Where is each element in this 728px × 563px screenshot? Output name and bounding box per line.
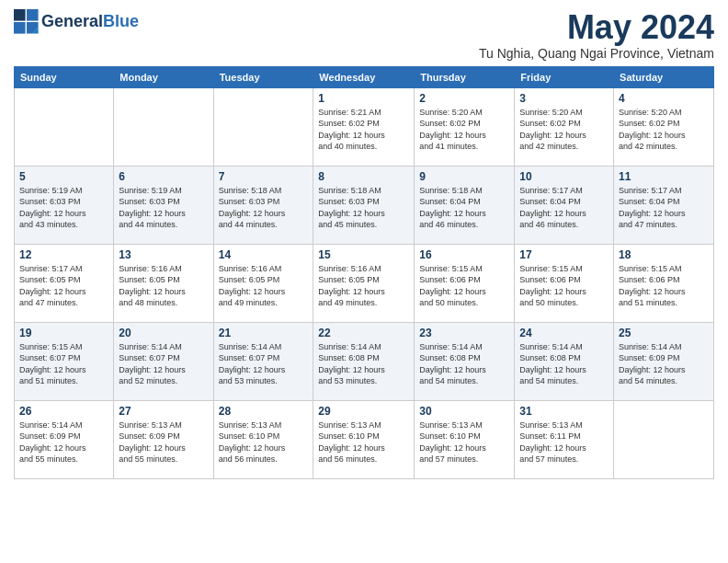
- day-info: Sunrise: 5:20 AM Sunset: 6:02 PM Dayligh…: [419, 107, 509, 153]
- header-monday: Monday: [114, 66, 213, 87]
- calendar-day-cell: 31Sunrise: 5:13 AM Sunset: 6:11 PM Dayli…: [515, 400, 614, 478]
- day-info: Sunrise: 5:14 AM Sunset: 6:08 PM Dayligh…: [419, 341, 509, 387]
- calendar-week-row: 1Sunrise: 5:21 AM Sunset: 6:02 PM Daylig…: [15, 87, 714, 166]
- calendar-week-row: 12Sunrise: 5:17 AM Sunset: 6:05 PM Dayli…: [15, 244, 714, 322]
- day-number: 18: [619, 248, 709, 261]
- day-info: Sunrise: 5:14 AM Sunset: 6:08 PM Dayligh…: [318, 341, 409, 387]
- calendar-day-cell: 29Sunrise: 5:13 AM Sunset: 6:10 PM Dayli…: [313, 400, 415, 478]
- day-info: Sunrise: 5:15 AM Sunset: 6:07 PM Dayligh…: [19, 341, 108, 387]
- calendar-day-cell: 5Sunrise: 5:19 AM Sunset: 6:03 PM Daylig…: [15, 166, 114, 244]
- day-number: 26: [19, 405, 108, 418]
- day-number: 29: [318, 405, 409, 418]
- calendar-week-row: 26Sunrise: 5:14 AM Sunset: 6:09 PM Dayli…: [15, 400, 714, 478]
- day-number: 12: [19, 248, 108, 261]
- day-number: 31: [519, 405, 609, 418]
- day-info: Sunrise: 5:15 AM Sunset: 6:06 PM Dayligh…: [619, 263, 709, 309]
- day-info: Sunrise: 5:18 AM Sunset: 6:03 PM Dayligh…: [219, 185, 309, 231]
- day-info: Sunrise: 5:15 AM Sunset: 6:06 PM Dayligh…: [519, 263, 609, 309]
- title-section: May 2024 Tu Nghia, Quang Ngai Province, …: [479, 9, 714, 61]
- day-number: 10: [519, 170, 609, 183]
- day-number: 14: [219, 248, 309, 261]
- day-info: Sunrise: 5:20 AM Sunset: 6:02 PM Dayligh…: [519, 107, 609, 153]
- logo-text: GeneralBlue: [41, 13, 139, 31]
- calendar-day-cell: 15Sunrise: 5:16 AM Sunset: 6:05 PM Dayli…: [313, 244, 415, 322]
- day-info: Sunrise: 5:14 AM Sunset: 6:09 PM Dayligh…: [19, 419, 108, 465]
- day-info: Sunrise: 5:15 AM Sunset: 6:06 PM Dayligh…: [419, 263, 509, 309]
- day-info: Sunrise: 5:17 AM Sunset: 6:04 PM Dayligh…: [519, 185, 609, 231]
- svg-rect-2: [14, 22, 26, 34]
- calendar-day-cell: 1Sunrise: 5:21 AM Sunset: 6:02 PM Daylig…: [313, 87, 415, 166]
- calendar-day-cell: 30Sunrise: 5:13 AM Sunset: 6:10 PM Dayli…: [415, 400, 515, 478]
- day-info: Sunrise: 5:14 AM Sunset: 6:07 PM Dayligh…: [219, 341, 309, 387]
- day-info: Sunrise: 5:14 AM Sunset: 6:08 PM Dayligh…: [519, 341, 609, 387]
- calendar-day-cell: 11Sunrise: 5:17 AM Sunset: 6:04 PM Dayli…: [614, 166, 714, 244]
- day-info: Sunrise: 5:17 AM Sunset: 6:05 PM Dayligh…: [19, 263, 108, 309]
- calendar-day-cell: 8Sunrise: 5:18 AM Sunset: 6:03 PM Daylig…: [313, 166, 415, 244]
- header-wednesday: Wednesday: [313, 66, 415, 87]
- calendar-header-row: Sunday Monday Tuesday Wednesday Thursday…: [15, 66, 714, 87]
- day-number: 7: [219, 170, 309, 183]
- day-info: Sunrise: 5:20 AM Sunset: 6:02 PM Dayligh…: [619, 107, 709, 153]
- calendar-day-cell: 22Sunrise: 5:14 AM Sunset: 6:08 PM Dayli…: [313, 322, 415, 400]
- day-number: 22: [318, 327, 409, 339]
- day-number: 5: [19, 170, 108, 183]
- day-number: 30: [419, 405, 509, 418]
- day-number: 19: [19, 327, 108, 339]
- calendar-day-cell: 25Sunrise: 5:14 AM Sunset: 6:09 PM Dayli…: [614, 322, 714, 400]
- day-info: Sunrise: 5:16 AM Sunset: 6:05 PM Dayligh…: [318, 263, 409, 309]
- calendar-day-cell: 14Sunrise: 5:16 AM Sunset: 6:05 PM Dayli…: [213, 244, 313, 322]
- day-number: 2: [419, 92, 509, 105]
- calendar-day-cell: 17Sunrise: 5:15 AM Sunset: 6:06 PM Dayli…: [515, 244, 614, 322]
- day-info: Sunrise: 5:17 AM Sunset: 6:04 PM Dayligh…: [619, 185, 709, 231]
- day-number: 3: [519, 92, 609, 105]
- header-saturday: Saturday: [614, 66, 714, 87]
- logo-icon: [14, 9, 40, 35]
- day-number: 24: [519, 327, 609, 339]
- page: GeneralBlue May 2024 Tu Nghia, Quang Nga…: [0, 0, 728, 488]
- day-number: 4: [619, 92, 709, 105]
- calendar-day-cell: 3Sunrise: 5:20 AM Sunset: 6:02 PM Daylig…: [515, 87, 614, 166]
- calendar-day-cell: 4Sunrise: 5:20 AM Sunset: 6:02 PM Daylig…: [614, 87, 714, 166]
- calendar-day-cell: 20Sunrise: 5:14 AM Sunset: 6:07 PM Dayli…: [114, 322, 213, 400]
- day-info: Sunrise: 5:13 AM Sunset: 6:10 PM Dayligh…: [318, 419, 409, 465]
- day-number: 8: [318, 170, 409, 183]
- day-number: 16: [419, 248, 509, 261]
- day-number: 27: [119, 405, 208, 418]
- calendar-day-cell: 18Sunrise: 5:15 AM Sunset: 6:06 PM Dayli…: [614, 244, 714, 322]
- svg-rect-0: [14, 9, 26, 21]
- day-info: Sunrise: 5:18 AM Sunset: 6:03 PM Dayligh…: [318, 185, 409, 231]
- day-info: Sunrise: 5:16 AM Sunset: 6:05 PM Dayligh…: [219, 263, 309, 309]
- day-number: 28: [219, 405, 309, 418]
- calendar-day-cell: 24Sunrise: 5:14 AM Sunset: 6:08 PM Dayli…: [515, 322, 614, 400]
- logo: GeneralBlue: [14, 9, 139, 35]
- calendar-day-cell: 21Sunrise: 5:14 AM Sunset: 6:07 PM Dayli…: [213, 322, 313, 400]
- calendar-day-cell: 7Sunrise: 5:18 AM Sunset: 6:03 PM Daylig…: [213, 166, 313, 244]
- calendar-day-cell: [15, 87, 114, 166]
- calendar-day-cell: [114, 87, 213, 166]
- day-number: 9: [419, 170, 509, 183]
- calendar-week-row: 5Sunrise: 5:19 AM Sunset: 6:03 PM Daylig…: [15, 166, 714, 244]
- calendar-day-cell: 10Sunrise: 5:17 AM Sunset: 6:04 PM Dayli…: [515, 166, 614, 244]
- header-thursday: Thursday: [415, 66, 515, 87]
- day-info: Sunrise: 5:13 AM Sunset: 6:10 PM Dayligh…: [219, 419, 309, 465]
- calendar: Sunday Monday Tuesday Wednesday Thursday…: [14, 66, 714, 479]
- day-info: Sunrise: 5:19 AM Sunset: 6:03 PM Dayligh…: [19, 185, 108, 231]
- month-year: May 2024: [479, 9, 714, 46]
- day-info: Sunrise: 5:18 AM Sunset: 6:04 PM Dayligh…: [419, 185, 509, 231]
- calendar-day-cell: 16Sunrise: 5:15 AM Sunset: 6:06 PM Dayli…: [415, 244, 515, 322]
- calendar-day-cell: 27Sunrise: 5:13 AM Sunset: 6:09 PM Dayli…: [114, 400, 213, 478]
- header-sunday: Sunday: [15, 66, 114, 87]
- calendar-day-cell: 6Sunrise: 5:19 AM Sunset: 6:03 PM Daylig…: [114, 166, 213, 244]
- calendar-day-cell: 12Sunrise: 5:17 AM Sunset: 6:05 PM Dayli…: [15, 244, 114, 322]
- day-info: Sunrise: 5:14 AM Sunset: 6:09 PM Dayligh…: [619, 341, 709, 387]
- calendar-day-cell: 9Sunrise: 5:18 AM Sunset: 6:04 PM Daylig…: [415, 166, 515, 244]
- header-friday: Friday: [515, 66, 614, 87]
- day-number: 21: [219, 327, 309, 339]
- calendar-day-cell: 13Sunrise: 5:16 AM Sunset: 6:05 PM Dayli…: [114, 244, 213, 322]
- day-number: 6: [119, 170, 208, 183]
- day-number: 20: [119, 327, 208, 339]
- day-info: Sunrise: 5:13 AM Sunset: 6:10 PM Dayligh…: [419, 419, 509, 465]
- day-info: Sunrise: 5:16 AM Sunset: 6:05 PM Dayligh…: [119, 263, 208, 309]
- calendar-day-cell: 2Sunrise: 5:20 AM Sunset: 6:02 PM Daylig…: [415, 87, 515, 166]
- location: Tu Nghia, Quang Ngai Province, Vietnam: [479, 46, 714, 61]
